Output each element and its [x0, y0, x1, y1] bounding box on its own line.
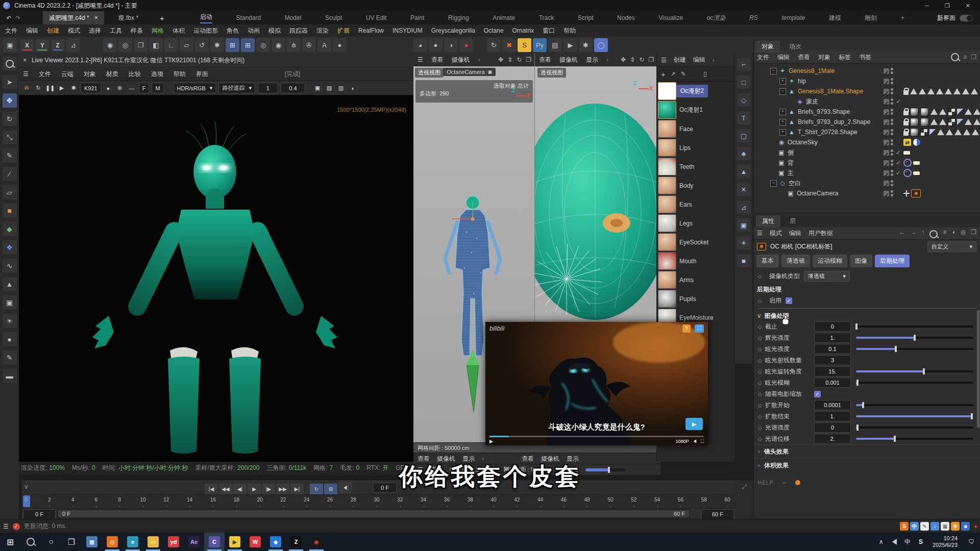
lock-tag-icon[interactable]	[903, 111, 909, 115]
layout-tab-Sculpt[interactable]: Sculpt	[325, 14, 342, 21]
range-start-field[interactable]: 0 F	[23, 509, 56, 519]
lock-icon[interactable]: ◖	[348, 84, 357, 93]
capture-icon[interactable]: ●	[333, 38, 347, 52]
material-item[interactable]: Arms	[657, 270, 734, 289]
material-item[interactable]: Face	[657, 119, 734, 138]
video-play-icon[interactable]: ▶	[489, 439, 493, 444]
wps-app[interactable]: W	[245, 533, 265, 551]
material-item[interactable]: EyeSocket	[657, 233, 734, 252]
param-value-field[interactable]: 0.1	[814, 344, 851, 354]
material-item[interactable]: Ears	[657, 195, 734, 214]
cinema4d-app[interactable]: C	[204, 533, 225, 551]
param-value-field[interactable]: 1.	[814, 411, 851, 421]
tree-item-Briefs_9793_dup_2.Shape[interactable]: +▲Briefs_9793_dup_2.Shape	[770, 117, 980, 127]
trash-icon[interactable]: ▯	[703, 70, 707, 78]
hamburger-icon[interactable]: ☰	[418, 56, 423, 63]
video-fullscreen-icon[interactable]: ⛶	[701, 439, 704, 444]
layout-tab-Track[interactable]: Track	[539, 14, 554, 21]
mesh-icon[interactable]: ▲	[737, 165, 750, 178]
lang-icon[interactable]: 中	[910, 522, 919, 531]
python-icon[interactable]: Py	[533, 38, 547, 52]
maximize-view-icon[interactable]: ❐	[526, 56, 531, 63]
axis-icon[interactable]: ⌐	[737, 58, 750, 71]
plane-icon[interactable]: ▱	[180, 38, 193, 52]
cat-tab-运动模糊[interactable]: 运动模糊	[813, 255, 847, 267]
layer-toggle-icon[interactable]	[884, 170, 889, 176]
layout-tab-建模[interactable]: 建模	[829, 14, 841, 22]
phong-tag-icon[interactable]	[929, 129, 936, 135]
render-settings-icon[interactable]: ◉	[272, 38, 285, 52]
param-slider[interactable]	[856, 370, 973, 372]
paint-brush-icon[interactable]: ✎	[3, 350, 17, 365]
corner-icon[interactable]: ∟	[164, 38, 178, 52]
visibility-dots[interactable]	[891, 190, 893, 196]
teapot-icon[interactable]: ◕	[413, 38, 427, 52]
tree-item-OctaneSky[interactable]: ◉OctaneSky⇄	[770, 137, 980, 147]
selection-tag-icon[interactable]	[954, 129, 962, 135]
x-particles-icon[interactable]: ✖	[502, 38, 516, 52]
tray-caret-icon[interactable]: ∧	[874, 533, 888, 551]
doc-tab-second[interactable]: 瘦.fbx *	[112, 11, 144, 24]
assign-material-icon[interactable]: ↗	[671, 70, 676, 78]
tree-item-OctaneCamera[interactable]: ▣OctaneCamera	[770, 188, 980, 198]
layout-tab-Model[interactable]: Model	[285, 14, 302, 21]
vp2-menu-摄像机[interactable]: 摄像机	[559, 56, 578, 64]
move-tool-icon[interactable]: ✥	[3, 93, 17, 108]
wrench-icon[interactable]: ✇	[302, 38, 316, 52]
material-item[interactable]: Oc漫射2	[657, 82, 734, 101]
cube-stack-icon[interactable]: ❒	[134, 38, 148, 52]
menu-INSYDIUM[interactable]: INSYDIUM	[393, 27, 423, 34]
menu-运动图形[interactable]: 运动图形	[193, 27, 218, 35]
save-icon[interactable]: ▣	[3, 38, 17, 52]
tree-item-侧[interactable]: ▣侧✓	[770, 147, 980, 158]
picture2-icon[interactable]: ▥	[336, 84, 346, 93]
minus-icon[interactable]: —	[127, 84, 136, 93]
video-progress-bar[interactable]	[489, 436, 704, 437]
popout-icon[interactable]: ❐	[971, 229, 976, 238]
new-ui-toggle[interactable]	[960, 15, 973, 21]
filter-icon[interactable]: ≡	[963, 54, 967, 61]
collapse-icon[interactable]: −	[770, 180, 777, 187]
selection-tag-icon[interactable]	[962, 88, 969, 94]
chevron-right-icon[interactable]: ›	[713, 57, 715, 64]
layout-tab-Paint[interactable]: Paint	[410, 14, 424, 21]
selection-tag-icon[interactable]	[972, 129, 979, 135]
phong-tag-icon[interactable]	[957, 119, 963, 125]
cat-tab-后期处理[interactable]: 后期处理	[875, 255, 910, 267]
tree-item-背[interactable]: ▣背✓	[770, 158, 980, 168]
menu-动画[interactable]: 动画	[248, 27, 260, 35]
viewport2-label[interactable]: 透视视图	[537, 68, 566, 78]
calculator-app[interactable]: ▦	[82, 533, 102, 551]
param-slider[interactable]	[856, 415, 973, 417]
vp2-menu-显示[interactable]: 显示	[586, 56, 598, 64]
material-item[interactable]: Pupils	[657, 289, 734, 308]
volume-icon[interactable]	[888, 533, 901, 551]
refresh-icon[interactable]: ↻	[34, 84, 43, 93]
video-overlay[interactable]: bilibili ? ⛶ 斗破这小绿人究竟是什么鬼? ▶ 1080P ⛶ ▶	[485, 322, 708, 445]
scrollbar[interactable]	[977, 310, 979, 428]
record-keyframe[interactable]: ◎	[118, 38, 132, 52]
vp2-menu-查看[interactable]: 查看	[539, 56, 551, 64]
uv-tag-icon[interactable]	[948, 118, 955, 126]
layout-tab-Standard[interactable]: Standard	[236, 14, 261, 21]
menu-模拟[interactable]: 模拟	[268, 27, 281, 35]
param-slider[interactable]	[856, 438, 973, 440]
maximize-button[interactable]: ❐	[937, 0, 958, 11]
after-effects-app[interactable]: Ae	[184, 533, 204, 551]
zuohai-app[interactable]: Z	[286, 533, 306, 551]
polygon-tool-icon[interactable]: ▱	[3, 185, 17, 199]
lock-icon[interactable]: ◖	[952, 229, 955, 238]
lock-tag-icon[interactable]	[903, 90, 909, 95]
layer-toggle-icon[interactable]	[884, 130, 889, 135]
lv-menu-材质[interactable]: 材质	[106, 70, 118, 79]
visibility-dots[interactable]	[891, 149, 893, 156]
sphere-icon[interactable]: ●	[104, 84, 113, 93]
live-select-icon[interactable]: ➤	[3, 75, 17, 89]
landscape-icon[interactable]: ▲	[3, 277, 17, 291]
ratio-field[interactable]: 0.4	[281, 83, 305, 93]
hamburger-icon[interactable]: ☰	[23, 70, 29, 78]
layer-toggle-icon[interactable]	[884, 191, 889, 196]
layout-tab-Script[interactable]: Script	[578, 14, 594, 21]
orbit-icon[interactable]: ↻	[517, 56, 522, 63]
menu-RealFlow[interactable]: RealFlow	[358, 27, 384, 34]
